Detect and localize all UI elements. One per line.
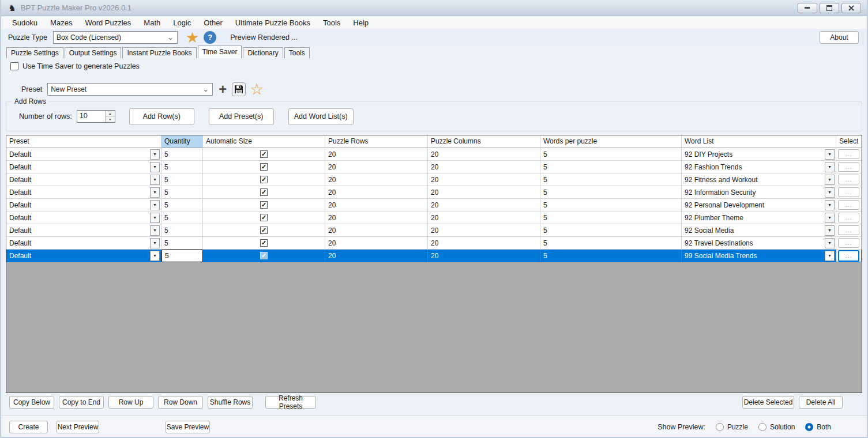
menu-other[interactable]: Other <box>197 17 229 29</box>
table-row[interactable]: Default▾ 5 ✓ 20 20 5 92 Fashion Trends▾ … <box>6 161 862 173</box>
chevron-down-icon[interactable]: ▾ <box>825 162 835 172</box>
checkbox-checked-icon[interactable]: ✓ <box>260 188 268 196</box>
quantity-cell-editing[interactable]: 5 <box>161 250 203 262</box>
chevron-down-icon[interactable]: ▾ <box>150 175 160 185</box>
copy-to-end-button[interactable]: Copy to End <box>59 396 104 409</box>
chevron-down-icon[interactable]: ▾ <box>150 149 160 160</box>
puzzle-columns-cell[interactable]: 20 <box>428 224 540 237</box>
word-list-cell[interactable]: 92 Fashion Trends▾ <box>682 161 836 173</box>
automatic-size-cell[interactable]: ✓ <box>203 212 325 224</box>
table-row[interactable]: Default▾ 5 ✓ 20 20 5 92 Social Media▾ ..… <box>6 224 862 237</box>
preset-cell[interactable]: Default▾ <box>6 148 161 161</box>
chevron-down-icon[interactable]: ▾ <box>825 187 835 198</box>
chevron-down-icon[interactable]: ▾ <box>150 251 160 261</box>
puzzle-rows-cell[interactable]: 20 <box>325 237 428 250</box>
add-presets-button[interactable]: Add Preset(s) <box>209 108 274 125</box>
menu-mazes[interactable]: Mazes <box>44 17 78 29</box>
col-header-puzzle-rows[interactable]: Puzzle Rows <box>325 135 428 148</box>
row-down-button[interactable]: Row Down <box>158 396 203 409</box>
puzzle-rows-cell[interactable]: 20 <box>325 224 428 237</box>
word-list-cell[interactable]: 92 Plumber Theme▾ <box>682 212 836 224</box>
table-row[interactable]: Default▾ 5 ✓ 20 20 5 92 Personal Develop… <box>6 199 862 212</box>
create-button[interactable]: Create <box>9 421 48 433</box>
col-header-quantity[interactable]: Quantity <box>161 135 203 148</box>
word-list-cell[interactable]: 92 Information Security▾ <box>682 186 836 199</box>
menu-math[interactable]: Math <box>137 17 167 29</box>
copy-below-button[interactable]: Copy Below <box>9 396 54 409</box>
words-per-puzzle-cell[interactable]: 5 <box>540 224 682 237</box>
automatic-size-cell[interactable]: ✓ <box>203 173 325 186</box>
col-header-puzzle-columns[interactable]: Puzzle Columns <box>428 135 540 148</box>
col-header-automatic-size[interactable]: Automatic Size <box>203 135 325 148</box>
col-header-word-list[interactable]: Word List <box>682 135 836 148</box>
puzzle-rows-cell[interactable]: 20 <box>325 199 428 212</box>
preset-cell[interactable]: Default▾ <box>6 186 161 199</box>
menu-sudoku[interactable]: Sudoku <box>6 17 44 29</box>
words-per-puzzle-cell[interactable]: 5 <box>540 237 682 250</box>
automatic-size-cell[interactable]: ✓ <box>203 186 325 199</box>
table-row-selected[interactable]: Default▾ 5 ✓ 20 20 5 99 Social Media Tre… <box>6 250 862 262</box>
checkbox-checked-icon[interactable]: ✓ <box>260 150 268 158</box>
words-per-puzzle-cell[interactable]: 5 <box>540 199 682 212</box>
radio-checked-icon[interactable] <box>805 423 813 431</box>
table-row[interactable]: Default▾ 5 ✓ 20 20 5 92 Information Secu… <box>6 186 862 199</box>
chevron-down-icon[interactable]: ▾ <box>825 213 835 223</box>
chevron-down-icon[interactable]: ▾ <box>150 213 160 223</box>
select-word-list-button[interactable]: ... <box>838 238 859 248</box>
chevron-down-icon[interactable]: ▾ <box>825 225 835 236</box>
select-word-list-button[interactable]: ... <box>838 213 859 222</box>
word-list-cell[interactable]: 92 Personal Development▾ <box>682 199 836 212</box>
words-per-puzzle-cell[interactable]: 5 <box>540 212 682 224</box>
delete-selected-button[interactable]: Delete Selected <box>742 396 794 409</box>
word-list-cell[interactable]: 92 DIY Projects▾ <box>682 148 836 161</box>
automatic-size-cell[interactable]: ✓ <box>203 161 325 173</box>
checkbox-checked-icon[interactable]: ✓ <box>260 201 268 209</box>
chevron-down-icon[interactable]: ▾ <box>150 225 160 236</box>
favorite-star-icon[interactable]: ★ <box>186 30 199 45</box>
add-rows-button[interactable]: Add Row(s) <box>129 108 194 125</box>
checkbox-checked-icon[interactable]: ✓ <box>260 214 268 221</box>
next-preview-button[interactable]: Next Preview <box>57 421 99 433</box>
tab-output-settings[interactable]: Output Settings <box>65 47 122 58</box>
radio-unchecked-icon[interactable] <box>758 423 766 431</box>
spin-up-button[interactable]: ▲ <box>106 111 115 117</box>
select-word-list-button[interactable]: ... <box>838 225 859 235</box>
refresh-presets-button[interactable]: Refresh Presets <box>265 396 316 409</box>
chevron-down-icon[interactable]: ▾ <box>825 200 835 210</box>
quantity-cell[interactable]: 5 <box>161 224 203 237</box>
words-per-puzzle-cell[interactable]: 5 <box>540 186 682 199</box>
quantity-cell[interactable]: 5 <box>161 173 203 186</box>
chevron-down-icon[interactable]: ▾ <box>825 149 835 160</box>
radio-option-puzzle[interactable]: Puzzle <box>716 423 748 431</box>
use-time-saver-checkbox[interactable] <box>10 62 18 70</box>
table-row[interactable]: Default▾ 5 ✓ 20 20 5 92 DIY Projects▾ ..… <box>6 148 862 161</box>
chevron-down-icon[interactable]: ▾ <box>150 187 160 198</box>
automatic-size-cell[interactable]: ✓ <box>203 250 325 262</box>
automatic-size-cell[interactable]: ✓ <box>203 237 325 250</box>
chevron-down-icon[interactable]: ▾ <box>150 238 160 248</box>
save-preset-button[interactable] <box>232 82 246 96</box>
preset-cell[interactable]: Default▾ <box>6 199 161 212</box>
tab-tools[interactable]: Tools <box>284 47 310 58</box>
preset-cell[interactable]: Default▾ <box>6 250 161 262</box>
radio-option-solution[interactable]: Solution <box>758 423 795 431</box>
puzzle-rows-cell[interactable]: 20 <box>325 161 428 173</box>
preset-cell[interactable]: Default▾ <box>6 212 161 224</box>
select-word-list-button[interactable]: ... <box>838 149 859 159</box>
number-of-rows-stepper[interactable]: 10 ▲ ▼ <box>77 110 115 123</box>
quantity-cell[interactable]: 5 <box>161 161 203 173</box>
puzzle-columns-cell[interactable]: 20 <box>428 148 540 161</box>
chevron-down-icon[interactable]: ▾ <box>150 162 160 172</box>
menu-help[interactable]: Help <box>347 17 375 29</box>
preset-cell[interactable]: Default▾ <box>6 173 161 186</box>
menu-logic[interactable]: Logic <box>167 17 197 29</box>
select-word-list-button[interactable]: ... <box>838 162 859 172</box>
table-row[interactable]: Default▾ 5 ✓ 20 20 5 92 Travel Destinati… <box>6 237 862 250</box>
number-of-rows-value[interactable]: 10 <box>77 111 105 122</box>
word-list-cell[interactable]: 92 Travel Destinations▾ <box>682 237 836 250</box>
puzzle-rows-cell[interactable]: 20 <box>325 173 428 186</box>
puzzle-columns-cell[interactable]: 20 <box>428 199 540 212</box>
preset-cell[interactable]: Default▾ <box>6 237 161 250</box>
words-per-puzzle-cell[interactable]: 5 <box>540 250 682 262</box>
checkbox-checked-icon[interactable]: ✓ <box>260 163 268 171</box>
